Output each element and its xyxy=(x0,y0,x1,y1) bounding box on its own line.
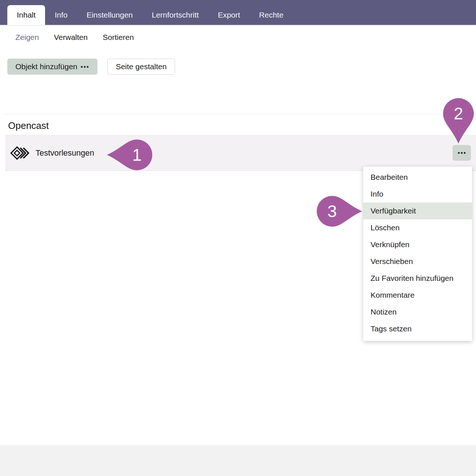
annotation-pin-3-number: 3 xyxy=(314,193,350,230)
add-object-button[interactable]: Objekt hinzufügen ••• xyxy=(7,59,97,75)
tab-lernfortschritt[interactable]: Lernfortschritt xyxy=(142,5,208,25)
menu-item-info[interactable]: Info xyxy=(363,186,472,202)
subtab-zeigen[interactable]: Zeigen xyxy=(15,33,39,42)
menu-item-notizen[interactable]: Notizen xyxy=(363,304,472,320)
menu-item-verfuegbarkeit[interactable]: Verfügbarkeit xyxy=(363,202,472,219)
sub-tab-bar: Zeigen Verwalten Sortieren xyxy=(0,25,476,47)
menu-item-zu-favoriten[interactable]: Zu Favoriten hinzufügen xyxy=(363,270,472,287)
opencast-icon xyxy=(10,145,29,161)
item-title-link[interactable]: Testvorlesungen xyxy=(36,148,94,158)
menu-item-tags-setzen[interactable]: Tags setzen xyxy=(363,320,472,337)
top-tab-bar: Inhalt Info Einstellungen Lernfortschrit… xyxy=(0,0,476,25)
design-page-button[interactable]: Seite gestalten xyxy=(107,59,175,75)
add-object-label: Objekt hinzufügen xyxy=(15,62,77,71)
tab-info[interactable]: Info xyxy=(45,5,77,25)
tab-einstellungen[interactable]: Einstellungen xyxy=(77,5,142,25)
item-actions-menu: Bearbeiten Info Verfügbarkeit Löschen Ve… xyxy=(363,167,472,341)
section-title: Opencast xyxy=(5,114,476,135)
annotation-pin-3: 3 xyxy=(314,193,350,244)
menu-item-loeschen[interactable]: Löschen xyxy=(363,219,472,236)
item-row-testvorlesungen[interactable]: Testvorlesungen ••• xyxy=(5,135,476,171)
menu-item-bearbeiten[interactable]: Bearbeiten xyxy=(363,169,472,186)
item-actions-button[interactable]: ••• xyxy=(453,145,471,161)
subtab-verwalten[interactable]: Verwalten xyxy=(54,33,88,42)
tab-rechte[interactable]: Rechte xyxy=(250,5,293,25)
menu-item-kommentare[interactable]: Kommentare xyxy=(363,287,472,304)
subtab-sortieren[interactable]: Sortieren xyxy=(103,33,134,42)
ellipsis-icon: ••• xyxy=(81,64,89,70)
content-block: Opencast Testvorlesungen ••• xyxy=(5,114,476,171)
footer-band xyxy=(0,445,476,476)
design-page-label: Seite gestalten xyxy=(116,62,167,71)
toolbar: Objekt hinzufügen ••• Seite gestalten xyxy=(7,59,476,75)
tab-export[interactable]: Export xyxy=(208,5,250,25)
menu-item-verschieben[interactable]: Verschieben xyxy=(363,253,472,270)
tab-inhalt[interactable]: Inhalt xyxy=(7,5,45,25)
menu-item-verknuepfen[interactable]: Verknüpfen xyxy=(363,236,472,253)
